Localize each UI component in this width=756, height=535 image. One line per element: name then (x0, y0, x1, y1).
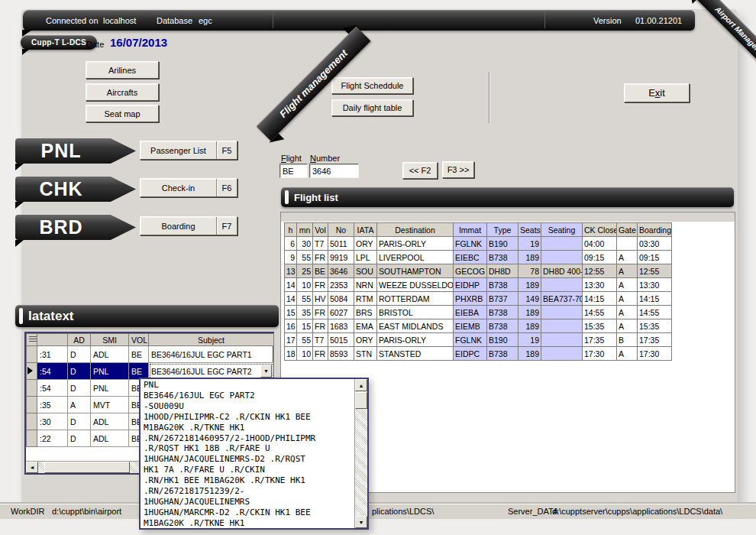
flight-col-header[interactable]: Type (487, 223, 519, 237)
current-row-marker (27, 367, 33, 374)
iatatext-header-row: ADSMIVOLSubject (27, 334, 274, 346)
version-label: Version (593, 16, 622, 25)
iatatext-col-header[interactable] (37, 334, 68, 346)
flight-col-header[interactable]: Vol (313, 223, 328, 237)
scrollbar-thumb[interactable] (44, 462, 130, 473)
flight-col-header[interactable]: Destination (377, 223, 454, 237)
flight-col-header[interactable]: mn (297, 223, 313, 237)
flight-row[interactable]: 1455HV5084RTMROTTERDAMPHXRBB737149BEA737… (285, 292, 672, 306)
titlebar-separator (273, 12, 273, 28)
pnl-message-popup: PNL BE3646/16JUL EGC PART2 -SOU009U 1HOO… (139, 378, 369, 530)
iatatext-header: Iatatext (15, 305, 279, 327)
f7-key-label: F7 (216, 217, 237, 235)
flight-schedule-button[interactable]: Flight Scheddule (331, 77, 413, 94)
server-data-label: Server_DATA (508, 507, 558, 516)
page-curl (22, 49, 30, 55)
app-window: Connected on localhost Database egc Vers… (0, 0, 756, 535)
date-value: 16/07/2013 (110, 36, 167, 49)
flight-row[interactable]: 1810FR8593STNSTANSTEDEIDPCB73818917:30A1… (285, 347, 672, 361)
f5-key-label: F5 (216, 141, 237, 159)
flight-col-header[interactable]: h (285, 223, 297, 237)
flight-row[interactable]: 1325BE3646SOUSOUTHAMPTONGECOGDH8D78DH8D … (285, 264, 672, 278)
iatatext-col-header[interactable] (27, 334, 37, 346)
brd-banner: BRD (15, 215, 136, 240)
flight-col-header[interactable]: Immat (454, 223, 487, 237)
pnl-banner: PNL (15, 138, 136, 164)
connected-value: localhost (103, 16, 136, 25)
flight-col-header[interactable]: IATA (354, 223, 377, 237)
flight-list-header: Flight list (281, 187, 734, 207)
flight-row[interactable]: 1755T75015ORYPARIS-ORLYFGLNKB1901917:35B… (285, 333, 672, 347)
check-in-button[interactable]: Check-inF6 (140, 178, 237, 197)
seat-map-button[interactable]: Seat map (86, 105, 159, 122)
flight-code-input[interactable] (279, 164, 308, 178)
client-data-fragment: plications\LDCS\ (372, 507, 434, 516)
scroll-up-button[interactable]: ▲ (355, 379, 367, 391)
status-bar: WorkDIR d:\cuppt\bin\airport plications\… (0, 504, 756, 519)
subject-dropdown-button[interactable]: ▼ (260, 365, 272, 378)
flight-col-header[interactable]: Gate (617, 223, 638, 237)
previous-flight-button[interactable]: << F2 (402, 162, 438, 179)
workdir-label: WorkDIR (11, 507, 44, 516)
connected-label: Connected on (46, 16, 99, 25)
vertical-divider (489, 72, 489, 123)
scrollbar-thumb[interactable] (355, 392, 367, 409)
scroll-down-button[interactable]: ▼ (355, 516, 367, 528)
titlebar-separator (544, 12, 545, 28)
chk-banner: CHK (15, 177, 136, 202)
daily-flight-table-button[interactable]: Daily flight table (331, 99, 413, 116)
flight-row[interactable]: 630T75011ORYPARIS-ORLYFGLNKB1901904:0003… (285, 237, 672, 251)
title-bar: Connected on localhost Database egc Vers… (23, 10, 695, 31)
vertical-scrollbar[interactable]: ▲ ▼ (354, 379, 367, 528)
flight-col-header[interactable]: Seats (519, 223, 541, 237)
workdir-value: d:\cuppt\bin\airport (52, 507, 121, 516)
page-curl (15, 240, 24, 247)
scroll-left-button[interactable]: ◄ (26, 462, 38, 473)
airport-manager-ribbon: Airport Manager (691, 0, 756, 65)
iatatext-col-header[interactable]: VOL (129, 334, 149, 346)
page-curl (15, 202, 24, 209)
corner-ribbon-box: Airport Manager (691, 0, 756, 65)
airlines-button[interactable]: Arilines (86, 61, 159, 79)
pnl-message-text: PNL BE3646/16JUL EGC PART2 -SOU009U 1HOO… (141, 379, 367, 530)
page-curl (15, 164, 24, 170)
flight-table-header-row: hmnVolNoIATADestinationImmatTypeSeatsSea… (285, 223, 672, 237)
version-value: 01.00.21201 (635, 16, 682, 25)
number-label: Number (310, 154, 340, 163)
flight-row[interactable]: 955FR9919LPLLIVERPOOLEIEBCB73818909:15A0… (285, 251, 672, 264)
flight-col-header[interactable]: CK Close (583, 223, 617, 237)
flight-number-input[interactable] (309, 164, 359, 178)
iatatext-col-header[interactable]: SMI (91, 334, 129, 346)
flight-row[interactable]: 1615FR1683EMAEAST MIDLANDSEIEMBB73818915… (285, 319, 672, 333)
flight-col-header[interactable]: Boarding (638, 223, 672, 237)
flight-table: hmnVolNoIATADestinationImmatTypeSeatsSea… (284, 222, 672, 361)
f6-key-label: F6 (216, 179, 237, 196)
flight-row[interactable]: 1410FR2353NRNWEEZE DUSSELDORFEIDHPB73818… (285, 278, 672, 292)
grid-selector-icon (29, 336, 37, 343)
next-flight-button[interactable]: F3 >> (442, 161, 474, 178)
flight-col-header[interactable]: Seating (541, 223, 583, 237)
database-label: Database (157, 16, 192, 25)
flight-label: Flight (281, 154, 302, 163)
iatatext-row[interactable]: :31DADLBEBE3646/16JUL EGC PART1 (27, 346, 274, 363)
boarding-button[interactable]: BoardingF7 (140, 216, 237, 235)
flight-col-header[interactable]: No (328, 223, 354, 237)
app-tab-cuppt-ldcs[interactable]: Cupp-T L-DCS (21, 35, 97, 50)
passenger-list-button[interactable]: Passenger ListF5 (140, 141, 237, 160)
date-label: Date (86, 40, 104, 49)
header-notch (285, 190, 289, 204)
server-data-value: d:\cupptserver\cupps\applications\LDCS\d… (552, 507, 722, 516)
exit-button[interactable]: Exit (624, 83, 690, 102)
database-value: egc (199, 16, 212, 25)
header-notch (19, 308, 23, 324)
iatatext-col-header[interactable]: Subject (149, 334, 274, 346)
flight-row[interactable]: 1535FR6027BRSBRISTOLEIEBAB73818914:55A14… (285, 306, 672, 319)
iatatext-col-header[interactable]: AD (68, 334, 91, 346)
aircrafts-button[interactable]: Aircrafts (86, 83, 159, 101)
